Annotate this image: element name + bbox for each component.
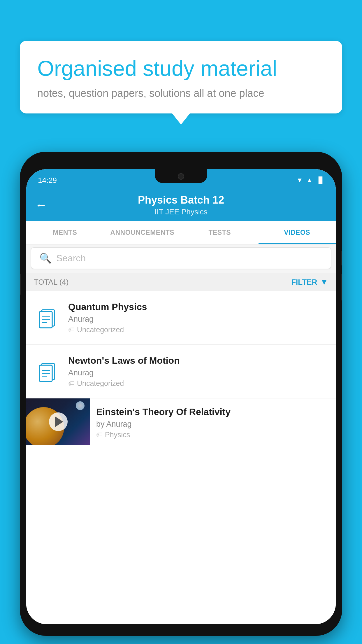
video-author: Anurag bbox=[68, 315, 328, 324]
video-title: Quantum Physics bbox=[68, 302, 328, 312]
play-icon bbox=[55, 416, 63, 427]
tab-announcements[interactable]: ANNOUNCEMENTS bbox=[104, 221, 181, 244]
wifi-icon: ▼ bbox=[296, 176, 303, 184]
filter-bar: TOTAL (4) FILTER ▼ bbox=[26, 273, 336, 291]
video-info: Einstein's Theory Of Relativity by Anura… bbox=[90, 398, 336, 447]
tag-label: Uncategorized bbox=[77, 379, 124, 388]
video-title: Newton's Laws of Motion bbox=[68, 355, 328, 366]
tag-label: Uncategorized bbox=[77, 326, 124, 334]
phone-frame: 14:29 ▼ ▲ ▐▌ ← Physics Batch 12 IIT JEE … bbox=[20, 152, 342, 636]
file-icon bbox=[34, 305, 60, 331]
filter-label: FILTER bbox=[291, 278, 317, 287]
tag-icon: 🏷 bbox=[68, 326, 75, 334]
page-title: Physics Batch 12 bbox=[138, 194, 224, 206]
back-button[interactable]: ← bbox=[35, 199, 47, 211]
status-time: 14:29 bbox=[38, 176, 57, 185]
search-placeholder: Search bbox=[56, 253, 86, 264]
video-list: Quantum Physics Anurag 🏷 Uncategorized bbox=[26, 291, 336, 624]
video-author: by Anurag bbox=[96, 420, 330, 429]
volume-down-button bbox=[341, 274, 342, 300]
signal-icon: ▲ bbox=[306, 176, 313, 184]
tab-tests[interactable]: TESTS bbox=[181, 221, 259, 244]
search-bar[interactable]: 🔍 Search bbox=[31, 247, 331, 269]
app-bar: ← Physics Batch 12 IIT JEE Physics bbox=[26, 189, 336, 221]
power-button bbox=[341, 251, 342, 265]
play-button[interactable] bbox=[49, 412, 68, 431]
video-tag: 🏷 Uncategorized bbox=[68, 379, 328, 388]
bubble-title: Organised study material bbox=[37, 56, 325, 81]
list-item[interactable]: Quantum Physics Anurag 🏷 Uncategorized bbox=[26, 291, 336, 345]
video-title: Einstein's Theory Of Relativity bbox=[96, 407, 330, 417]
bubble-subtitle: notes, question papers, solutions all at… bbox=[37, 87, 325, 99]
volume-button bbox=[20, 274, 21, 295]
tag-label: Physics bbox=[105, 430, 130, 439]
total-count: TOTAL (4) bbox=[34, 278, 68, 287]
page-subtitle: IIT JEE Physics bbox=[154, 207, 208, 216]
notch bbox=[155, 169, 207, 183]
star-decoration bbox=[76, 401, 85, 410]
video-tag: 🏷 Uncategorized bbox=[68, 326, 328, 334]
tag-icon: 🏷 bbox=[68, 380, 75, 387]
tab-videos[interactable]: VIDEOS bbox=[259, 221, 336, 244]
speech-bubble: Organised study material notes, question… bbox=[20, 41, 342, 113]
search-icon: 🔍 bbox=[39, 252, 52, 264]
list-item[interactable]: Newton's Laws of Motion Anurag 🏷 Uncateg… bbox=[26, 345, 336, 398]
video-info: Quantum Physics Anurag 🏷 Uncategorized bbox=[68, 302, 328, 334]
battery-icon: ▐▌ bbox=[316, 176, 324, 184]
tag-icon: 🏷 bbox=[96, 431, 103, 439]
filter-icon: ▼ bbox=[320, 277, 328, 287]
status-icons: ▼ ▲ ▐▌ bbox=[296, 176, 324, 184]
file-icon bbox=[34, 358, 60, 385]
tab-bar: MENTS ANNOUNCEMENTS TESTS VIDEOS bbox=[26, 221, 336, 244]
video-thumbnail bbox=[26, 398, 90, 445]
phone-screen: 14:29 ▼ ▲ ▐▌ ← Physics Batch 12 IIT JEE … bbox=[26, 169, 336, 624]
camera bbox=[178, 173, 184, 180]
list-item[interactable]: Einstein's Theory Of Relativity by Anura… bbox=[26, 398, 336, 448]
video-author: Anurag bbox=[68, 368, 328, 377]
tab-ments[interactable]: MENTS bbox=[26, 221, 104, 244]
filter-button[interactable]: FILTER ▼ bbox=[291, 277, 328, 287]
video-info: Newton's Laws of Motion Anurag 🏷 Uncateg… bbox=[68, 355, 328, 388]
video-tag: 🏷 Physics bbox=[96, 430, 330, 439]
